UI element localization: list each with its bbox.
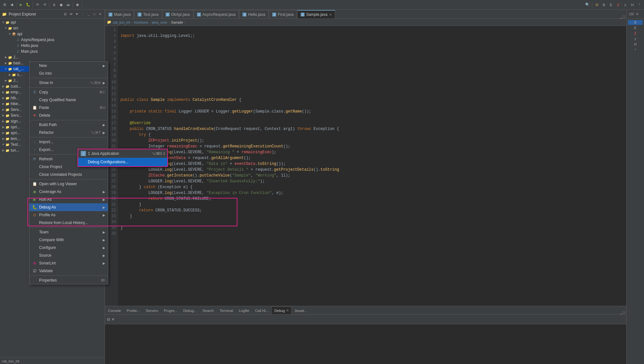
collapse-all-icon[interactable]: ⊟ [63,12,68,17]
menu-item-configure[interactable]: Configure ▶ [29,244,108,252]
bottom-tab-javadoc[interactable]: Javad... [292,306,310,314]
toolbar-perspective-icon[interactable]: ⊡ [594,2,600,8]
tree-item-main[interactable]: ▶ J Main.java [0,48,105,54]
far-right-item-z[interactable]: Z [628,31,643,36]
menu-item-import[interactable]: ↓ Import... [29,138,108,146]
tree-item-jl[interactable]: ▶ 📁 J... [0,54,105,60]
bottom-tab-close-icon[interactable]: ✕ [286,309,289,312]
tab-testjava[interactable]: J Test.java [134,10,162,18]
editor-control[interactable]: □ [623,15,625,18]
toolbar-icon-9[interactable]: B [601,2,607,8]
toolbar-icon-2[interactable]: ◀ [8,2,15,8]
menu-item-delete[interactable]: ✕ Delete [29,112,108,119]
debug-toolbar-icon[interactable]: ⊟ [107,317,110,322]
toolbar-icon-10[interactable]: E [608,2,614,8]
bottom-tab-progress[interactable]: Progre... [161,306,180,314]
toolbar-icon-3[interactable]: ⟳ [34,2,41,8]
menu-item-showin[interactable]: Show In ⌥⌘W ▶ [29,79,108,87]
menu-item-profileas[interactable]: ⊙ Profile As ▶ [29,211,108,219]
toolbar-debug-icon[interactable]: 🐛 [25,2,31,8]
tab-close-icon[interactable]: ✕ [329,13,332,16]
menu-item-coverageas[interactable]: ◉ Coverage As ▶ [29,188,108,196]
menu-item-refactor[interactable]: Refactor ⌥⌘T ▶ [29,129,108,136]
menu-item-validate[interactable]: ☑ Validate [29,267,108,275]
tab-mainjava[interactable]: J Main.java [105,10,134,18]
menu-label: Source [39,253,101,258]
far-right-item-z2[interactable]: z [628,37,643,41]
tree-item-asyncrequest[interactable]: ▶ J AsyncRequest.java [0,37,105,43]
menu-item-team[interactable]: Team ▶ [29,228,108,236]
tab-sample[interactable]: J Sample.java ✕ [297,10,335,18]
menu-item-closeunrelated[interactable]: Close Unrelated Projects [29,171,108,178]
breadcrumb-item-2[interactable]: functions [134,20,148,24]
toolbar-icon-4[interactable]: ⟲ [41,2,48,8]
tab-okapi[interactable]: J OkApi.java [162,10,193,18]
toolbar-icon-6[interactable]: ⏹ [58,2,64,8]
toolbar-run-icon[interactable]: ▶ [18,2,24,8]
debug-toolbar-icon[interactable]: ✕ [111,317,115,322]
minimize-icon[interactable]: _ [86,12,91,17]
menu-item-buildpath[interactable]: Build Path ▶ [29,121,108,129]
menu-item-new[interactable]: New ▶ [29,62,108,70]
bottom-maximize-icon[interactable]: □ [623,310,625,314]
delete-icon: ✕ [32,113,37,118]
toolbar-icon-14[interactable]: ³ [636,2,643,8]
toolbar-icon-11[interactable]: Z [615,2,621,8]
menu-item-properties[interactable]: Properties ⌘I [29,276,108,284]
menu-item-copyqualifiedname[interactable]: Copy Qualified Name [29,96,108,104]
menu-item-logviewer[interactable]: 📋 Open with Log Viewer [29,180,108,188]
bottom-tab-terminal[interactable]: Terminal [217,306,236,314]
menu-item-runas[interactable]: ▶ Run As ▶ [29,196,108,203]
bottom-tab-debug[interactable]: Debug... [180,306,200,314]
editor-control[interactable]: _ [620,15,622,18]
view-menu-icon[interactable]: ⋮ [80,12,85,17]
far-right-tab-v[interactable]: ⊡V [628,12,635,16]
bottom-tab-servers[interactable]: Servers [143,306,161,314]
close-panel-icon[interactable]: ✕ [98,12,103,17]
tab-hello[interactable]: J Hello.java [239,10,269,18]
link-with-editor-icon[interactable]: ⇌ [68,12,74,17]
toolbar-icon-12[interactable]: z [622,2,628,8]
toolbar-icon-8[interactable]: ◉ [74,2,81,8]
code-editor[interactable]: 1 2 3 4 5 6 7 8 9 10 11 12 13 14 15 16 1… [105,26,626,306]
code-line [120,56,624,62]
debug-submenu-configurations[interactable]: Debug Configurations... [78,158,167,166]
debug-submenu-java-app[interactable]: J 1 Java Application ⌥⌘D J [78,149,167,158]
bottom-tab-logfile[interactable]: Logfile [236,306,252,314]
far-right-item-b[interactable]: B [628,20,643,25]
bottom-tab-problems[interactable]: Proble... [124,306,143,314]
tree-item-api[interactable]: ▼ 📁 api [0,19,105,25]
tab-asyncrequest[interactable]: J AsyncRequest.java [193,10,239,18]
toolbar-icon-5[interactable]: ⏸ [51,2,57,8]
breadcrumb-item-3[interactable]: java_cron [152,20,167,24]
menu-item-debugas[interactable]: 🐛 Debug As ▶ [29,203,108,211]
far-right-item-e[interactable]: E [628,26,643,30]
menu-item-copy[interactable]: ⎘ Copy ⌘C [29,88,108,96]
bottom-minimize-icon[interactable]: _ [620,310,622,314]
menu-item-restorefromlocal[interactable]: Restore from Local History... [29,219,108,227]
bottom-tab-console[interactable]: Console [105,306,124,314]
toolbar-icon-13[interactable]: H [629,2,636,8]
breadcrumb-item-1[interactable]: cat_tun_int [113,20,130,24]
bottom-tab-debug-active[interactable]: Debug ✕ [271,306,291,314]
far-right-item-h[interactable]: H [628,42,643,47]
menu-item-comparewith[interactable]: Compare With ▶ [29,236,108,244]
menu-item-source[interactable]: Source ▶ [29,252,108,259]
far-right-item-3[interactable]: ³ [628,48,643,52]
maximize-icon[interactable]: □ [92,12,97,17]
bottom-tab-callhierarchy[interactable]: Call Hi... [252,306,272,314]
tree-item-hello[interactable]: ▶ J Hello.java [0,43,105,48]
menu-item-gointo[interactable]: Go Into [29,70,108,77]
menu-item-sonarlint[interactable]: ⊛ SonarLint ▶ [29,259,108,267]
tree-item-api-pkg[interactable]: ▼ 📦 api [0,31,105,37]
filter-icon[interactable]: ▼ [74,12,79,17]
far-right-close[interactable]: ✕ [636,12,639,16]
toolbar-icon-1[interactable]: ⊞ [1,2,8,8]
bottom-tab-search[interactable]: Search [200,306,217,314]
tree-item-src[interactable]: ▼ 📁 src [0,25,105,31]
breadcrumb-item-4[interactable]: Sample [171,20,183,24]
toolbar-search-icon[interactable]: 🔍 [584,2,591,8]
toolbar-icon-7[interactable]: ⏭ [65,2,71,8]
menu-item-paste[interactable]: 📋 Paste ⌘V [29,104,108,112]
tab-first[interactable]: J First.java [269,10,297,18]
